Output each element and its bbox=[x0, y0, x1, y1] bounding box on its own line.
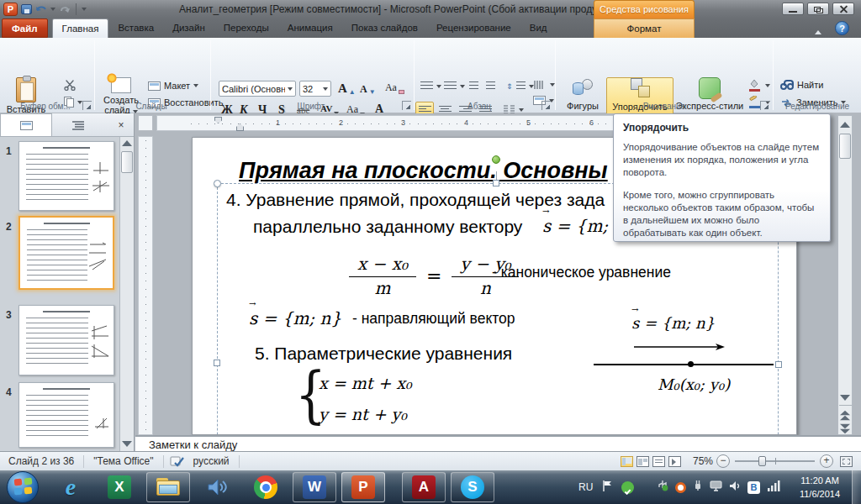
direction-vector-formula[interactable]: →s = {m; n} bbox=[249, 308, 341, 328]
layout-button[interactable]: Макет bbox=[148, 81, 198, 91]
font-dialog-launcher[interactable] bbox=[402, 101, 411, 110]
shrink-font-button[interactable]: А▼ bbox=[360, 83, 376, 96]
taskbar-ie[interactable]: e bbox=[49, 472, 92, 502]
find-button[interactable]: Найти bbox=[780, 80, 823, 90]
tab-transitions[interactable]: Переходы bbox=[214, 18, 278, 38]
tab-review[interactable]: Рецензирование bbox=[427, 18, 520, 38]
tab-insert[interactable]: Вставка bbox=[108, 18, 163, 38]
next-slide-icon2[interactable] bbox=[840, 429, 850, 434]
theme-name[interactable]: "Тема Office" bbox=[90, 455, 156, 467]
tab-slides-thumbnails[interactable] bbox=[0, 113, 52, 136]
close-button[interactable] bbox=[832, 3, 854, 15]
tab-home[interactable]: Главная bbox=[52, 18, 109, 38]
taskbar-explorer[interactable] bbox=[146, 472, 190, 502]
hanging-indent-marker[interactable] bbox=[236, 123, 244, 131]
previous-slide-icon[interactable] bbox=[840, 411, 850, 416]
taskbar-powerpoint-active[interactable]: P bbox=[341, 472, 385, 502]
parametric-eq-2[interactable]: y = nt + y₀ bbox=[319, 405, 407, 423]
view-slideshow-button[interactable] bbox=[668, 456, 681, 467]
taskbar-adobe[interactable]: A bbox=[402, 472, 446, 502]
decrease-indent-button[interactable] bbox=[469, 81, 478, 91]
resize-handle-topleft[interactable] bbox=[214, 180, 221, 187]
taskbar-word[interactable]: W bbox=[293, 472, 336, 502]
view-sorter-button[interactable] bbox=[637, 456, 649, 467]
tab-design[interactable]: Дизайн bbox=[163, 18, 214, 38]
notes-pane[interactable]: Заметки к слайду bbox=[135, 435, 861, 451]
numbering-button[interactable] bbox=[444, 81, 465, 91]
cut-button[interactable] bbox=[64, 80, 76, 91]
vector-arrow[interactable] bbox=[634, 342, 725, 352]
spellcheck-icon[interactable] bbox=[170, 455, 185, 467]
diagram-vector-label[interactable]: →s = {m; n} bbox=[631, 314, 715, 332]
save-icon[interactable] bbox=[21, 4, 32, 14]
scrollbar-thumb[interactable] bbox=[121, 151, 133, 173]
tray-volume-icon[interactable] bbox=[729, 480, 741, 495]
slide-thumbnail-4[interactable] bbox=[18, 382, 114, 448]
previous-slide-icon2[interactable] bbox=[840, 416, 850, 421]
tray-bluetooth-app-icon[interactable]: B bbox=[747, 481, 760, 494]
scroll-down-icon[interactable] bbox=[122, 441, 132, 447]
font-size-combo[interactable]: 32 bbox=[299, 81, 331, 97]
vertical-scrollbar[interactable] bbox=[837, 115, 853, 435]
tray-orange-app-icon[interactable] bbox=[675, 482, 686, 493]
diagram-point-label[interactable]: M₀(x₀; y₀) bbox=[658, 375, 730, 393]
slide-title[interactable]: Прямая на плоскости. Основны bbox=[239, 158, 608, 184]
next-slide-icon[interactable] bbox=[840, 424, 850, 429]
vector-formula-truncated[interactable]: →s = {m; n bbox=[542, 216, 624, 236]
resize-handle-rightmid[interactable] bbox=[775, 361, 782, 368]
tab-file[interactable]: Файл bbox=[2, 18, 48, 38]
vertical-ruler[interactable] bbox=[138, 136, 153, 435]
drawing-dialog-launcher[interactable] bbox=[760, 101, 769, 110]
bullets-button[interactable] bbox=[420, 81, 441, 91]
diagram-line[interactable] bbox=[594, 364, 774, 365]
taskbar-chrome[interactable] bbox=[244, 472, 288, 502]
slide-text-line5[interactable]: 5. Параметрические уравнения bbox=[255, 344, 512, 364]
increase-indent-button[interactable] bbox=[486, 81, 495, 91]
clear-formatting-button[interactable]: Аа bbox=[385, 81, 404, 94]
panel-scrollbar[interactable] bbox=[119, 137, 134, 451]
zoom-slider-thumb[interactable] bbox=[758, 456, 766, 466]
parametric-eq-1[interactable]: x = mt + x₀ bbox=[319, 374, 412, 392]
text-direction-button[interactable] bbox=[533, 79, 555, 91]
tab-animations[interactable]: Анимация bbox=[278, 18, 342, 38]
zoom-in-button[interactable]: + bbox=[820, 454, 833, 468]
tray-plug-icon[interactable] bbox=[693, 480, 703, 495]
powerpoint-app-icon[interactable]: P bbox=[3, 3, 18, 16]
language-indicator[interactable]: русский bbox=[190, 455, 233, 467]
fit-to-window-button[interactable] bbox=[840, 456, 853, 467]
taskbar-excel[interactable]: X bbox=[98, 472, 141, 502]
undo-dropdown-icon[interactable] bbox=[50, 8, 55, 11]
panel-close-icon[interactable]: × bbox=[114, 119, 128, 131]
canonical-caption[interactable]: - каноническое уравнение bbox=[492, 264, 671, 281]
start-button[interactable] bbox=[7, 471, 39, 503]
taskbar-volume-mixer[interactable] bbox=[195, 472, 239, 502]
zoom-slider[interactable] bbox=[735, 460, 815, 462]
action-center-flag-icon[interactable] bbox=[601, 480, 613, 496]
tray-display-icon[interactable] bbox=[710, 480, 722, 495]
scrollbar-thumb[interactable] bbox=[839, 134, 851, 159]
tab-view[interactable]: Вид bbox=[520, 18, 557, 38]
scroll-up-icon[interactable] bbox=[840, 122, 850, 128]
scroll-up-icon[interactable] bbox=[122, 140, 132, 146]
qat-customize-icon[interactable] bbox=[82, 8, 87, 11]
tab-slideshow[interactable]: Показ слайдов bbox=[342, 18, 427, 38]
slide-thumbnail-3[interactable] bbox=[18, 305, 114, 375]
line-spacing-button[interactable]: ⇕ bbox=[506, 81, 534, 91]
shape-fill-button[interactable] bbox=[748, 79, 770, 92]
undo-icon[interactable] bbox=[35, 4, 47, 14]
tray-network-icon[interactable] bbox=[767, 480, 780, 495]
tray-clock[interactable]: 11:20 AM 11/6/2014 bbox=[792, 474, 848, 501]
zoom-percentage[interactable]: 75% bbox=[689, 455, 716, 467]
font-name-combo[interactable]: Calibri (Основной bbox=[219, 81, 296, 97]
first-line-indent-marker[interactable] bbox=[214, 117, 222, 123]
show-desktop-button[interactable] bbox=[852, 470, 861, 504]
grow-font-button[interactable]: А▲ bbox=[338, 81, 356, 96]
taskbar-skype[interactable]: S bbox=[451, 472, 494, 502]
direction-caption[interactable]: - направляющий вектор bbox=[352, 310, 515, 328]
paragraph-dialog-launcher[interactable] bbox=[541, 101, 551, 110]
slide-thumbnail-1[interactable] bbox=[18, 141, 114, 211]
collapse-ribbon-icon[interactable] bbox=[811, 23, 824, 34]
view-reading-button[interactable] bbox=[652, 456, 665, 467]
tray-status-ok-icon[interactable] bbox=[621, 481, 634, 494]
clipboard-dialog-launcher[interactable] bbox=[82, 101, 92, 110]
